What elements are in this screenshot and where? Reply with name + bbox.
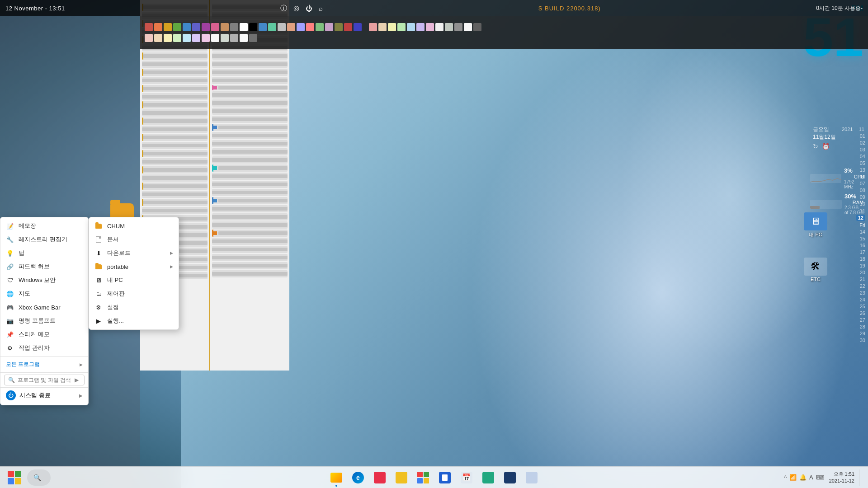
palette-color[interactable] bbox=[407, 23, 415, 31]
tray-chevron-icon[interactable]: ^ bbox=[784, 474, 787, 481]
submenu-item-mypc[interactable]: 🖥 내 PC bbox=[89, 273, 179, 287]
submenu-item-docs[interactable]: 문서 bbox=[89, 233, 179, 246]
list-item[interactable] bbox=[142, 142, 208, 149]
topbar-search-icon[interactable]: ⌕ bbox=[319, 5, 323, 12]
list-item[interactable] bbox=[212, 213, 288, 221]
palette-color[interactable] bbox=[278, 23, 286, 31]
palette-color[interactable] bbox=[202, 34, 210, 42]
palette-color[interactable] bbox=[306, 23, 314, 31]
taskbar-app-5[interactable] bbox=[413, 468, 433, 488]
palette-color[interactable] bbox=[397, 23, 406, 31]
topbar-circle-icon[interactable]: ◎ bbox=[293, 4, 299, 12]
shutdown-row[interactable]: ⏻ 시스템 종료 ▶ bbox=[0, 387, 88, 403]
list-item[interactable] bbox=[212, 148, 288, 155]
palette-color[interactable] bbox=[211, 34, 219, 42]
palette-color[interactable] bbox=[335, 23, 343, 31]
topbar-info-icon[interactable]: ⓘ bbox=[280, 4, 287, 13]
tray-keyboard-icon[interactable]: A bbox=[809, 474, 813, 481]
palette-color[interactable] bbox=[145, 23, 153, 31]
search-submit-icon[interactable]: ▶ bbox=[75, 377, 79, 383]
submenu-item-run[interactable]: ▶ 실행... bbox=[89, 314, 179, 328]
list-item[interactable] bbox=[142, 117, 208, 125]
desktop-icon-etc[interactable]: 🛠 ETC bbox=[804, 258, 827, 282]
list-item[interactable] bbox=[212, 181, 288, 188]
palette-color[interactable] bbox=[249, 23, 257, 31]
list-item[interactable] bbox=[212, 173, 288, 180]
taskbar-app-6[interactable] bbox=[435, 468, 455, 488]
list-item[interactable] bbox=[212, 69, 288, 76]
tray-speaker-icon[interactable]: 🔔 bbox=[799, 474, 807, 481]
list-item[interactable] bbox=[142, 52, 208, 60]
taskbar-app-8[interactable] bbox=[478, 468, 498, 488]
search-input[interactable] bbox=[18, 377, 72, 383]
palette-color[interactable] bbox=[164, 34, 172, 42]
menu-item-notepad[interactable]: 📝 메모장 bbox=[0, 219, 88, 233]
palette-color[interactable] bbox=[221, 34, 229, 42]
list-item[interactable] bbox=[212, 270, 288, 277]
palette-color[interactable] bbox=[211, 23, 219, 31]
refresh-icon[interactable]: ↻ bbox=[813, 143, 818, 150]
taskbar-app-3[interactable] bbox=[370, 468, 390, 488]
menu-item-sticky[interactable]: 📌 스티커 메모 bbox=[0, 328, 88, 341]
list-item[interactable] bbox=[142, 109, 208, 117]
palette-color[interactable] bbox=[221, 23, 229, 31]
list-item[interactable] bbox=[142, 191, 208, 198]
palette-color[interactable] bbox=[369, 23, 377, 31]
taskbar-app-7[interactable]: 📅 bbox=[457, 468, 476, 488]
list-item[interactable] bbox=[212, 132, 288, 139]
palette-color[interactable] bbox=[316, 23, 324, 31]
list-item[interactable] bbox=[212, 221, 288, 229]
palette-color[interactable] bbox=[426, 23, 434, 31]
palette-color[interactable] bbox=[416, 23, 425, 31]
list-item[interactable] bbox=[212, 52, 288, 60]
palette-color[interactable] bbox=[297, 23, 305, 31]
list-item[interactable] bbox=[142, 174, 208, 182]
list-item[interactable] bbox=[212, 61, 288, 68]
submenu-item-settings[interactable]: ⚙ 설정 bbox=[89, 300, 179, 314]
list-item[interactable] bbox=[212, 254, 288, 261]
list-item[interactable] bbox=[142, 77, 208, 84]
taskbar-app-10[interactable] bbox=[522, 468, 542, 488]
list-item[interactable] bbox=[212, 124, 288, 131]
palette-color[interactable] bbox=[230, 23, 238, 31]
palette-color[interactable] bbox=[445, 23, 453, 31]
menu-item-xbox[interactable]: 🎮 Xbox Game Bar bbox=[0, 300, 88, 314]
palette-color[interactable] bbox=[378, 23, 387, 31]
list-item[interactable] bbox=[212, 77, 288, 84]
palette-color[interactable] bbox=[145, 34, 153, 42]
list-item[interactable] bbox=[212, 230, 288, 237]
palette-color[interactable] bbox=[287, 23, 295, 31]
palette-color[interactable] bbox=[164, 23, 172, 31]
menu-search-box[interactable]: 🔍 ▶ bbox=[4, 375, 85, 385]
list-item[interactable] bbox=[142, 150, 208, 157]
menu-item-taskmgr[interactable]: ⚙ 작업 관리자 bbox=[0, 341, 88, 355]
menu-item-tip[interactable]: 💡 팁 bbox=[0, 246, 88, 260]
list-item[interactable] bbox=[212, 262, 288, 269]
palette-color[interactable] bbox=[183, 34, 191, 42]
list-item[interactable] bbox=[212, 197, 288, 204]
palette-color[interactable] bbox=[192, 23, 200, 31]
taskbar-app-edge[interactable]: e bbox=[348, 468, 368, 488]
taskbar-app-4[interactable] bbox=[392, 468, 411, 488]
start-button[interactable] bbox=[5, 469, 24, 487]
menu-item-feedback[interactable]: 🔗 피드백 허브 bbox=[0, 260, 88, 273]
menu-item-cmd[interactable]: 📷 명령 프롬프트 bbox=[0, 314, 88, 328]
list-item[interactable] bbox=[142, 158, 208, 165]
show-desktop-button[interactable] bbox=[859, 469, 863, 486]
menu-item-maps[interactable]: 🌐 지도 bbox=[0, 287, 88, 300]
palette-color[interactable] bbox=[473, 23, 481, 31]
palette-color[interactable] bbox=[154, 34, 162, 42]
list-item[interactable] bbox=[212, 164, 288, 172]
list-item[interactable] bbox=[212, 189, 288, 196]
taskbar-app-9[interactable] bbox=[500, 468, 520, 488]
submenu-item-portable[interactable]: portable bbox=[89, 260, 179, 273]
palette-color[interactable] bbox=[388, 23, 396, 31]
palette-color[interactable] bbox=[268, 23, 276, 31]
list-item[interactable] bbox=[212, 108, 288, 115]
list-item[interactable] bbox=[142, 134, 208, 141]
palette-color[interactable] bbox=[435, 23, 443, 31]
list-item[interactable] bbox=[212, 246, 288, 253]
palette-color[interactable] bbox=[249, 34, 257, 42]
list-item[interactable] bbox=[142, 93, 208, 100]
list-item[interactable] bbox=[142, 183, 208, 190]
